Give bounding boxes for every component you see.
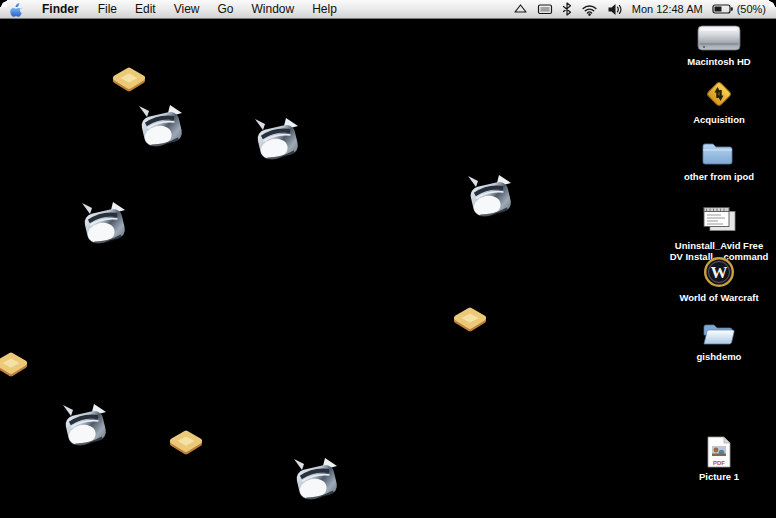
- menu-item-file[interactable]: File: [89, 0, 126, 19]
- battery-icon: [712, 3, 734, 15]
- flying-toaster-sprite: [291, 457, 343, 507]
- desktop-icon-other-from-ipod[interactable]: other from ipod: [667, 134, 771, 182]
- menu-item-view[interactable]: View: [165, 0, 209, 19]
- desktop-icon-picture-1[interactable]: PDF Picture 1: [667, 434, 771, 482]
- desktop-icon-uninstall-avid-command[interactable]: Uninstall_Avid Free DV Install....comman…: [667, 203, 771, 262]
- menu-bar: FinderFileEditViewGoWindowHelp: [0, 0, 776, 19]
- menu-items: FinderFileEditViewGoWindowHelp: [32, 0, 346, 19]
- menu-item-help[interactable]: Help: [303, 0, 346, 19]
- open-folder-icon: [700, 314, 738, 348]
- display-icon[interactable]: [537, 3, 553, 16]
- menu-item-go[interactable]: Go: [209, 0, 243, 19]
- desktop-background[interactable]: Macintosh HD Acquisition ot: [0, 0, 776, 518]
- flying-toaster-sprite: [252, 117, 304, 167]
- flying-toaster-sprite: [136, 104, 188, 154]
- screen-corner-right: [769, 0, 776, 7]
- battery-percentage-label: (50%): [737, 3, 766, 15]
- menu-item-finder[interactable]: Finder: [32, 0, 89, 19]
- desktop-icon-label: other from ipod: [684, 171, 754, 182]
- eject-icon[interactable]: [513, 3, 528, 16]
- apple-menu[interactable]: [6, 0, 32, 19]
- menu-item-window[interactable]: Window: [243, 0, 304, 19]
- menu-bar-clock[interactable]: Mon 12:48 AM: [632, 3, 703, 15]
- airport-wifi-icon[interactable]: [581, 3, 598, 16]
- flying-toaster-sprite: [79, 201, 131, 251]
- acquisition-app-icon: [702, 77, 736, 111]
- battery-menu-extra[interactable]: (50%): [712, 3, 766, 15]
- command-file-icon: [699, 203, 739, 237]
- flying-toaster-sprite: [465, 174, 517, 224]
- menu-item-edit[interactable]: Edit: [126, 0, 165, 19]
- toast-slice-sprite: [0, 350, 29, 384]
- desktop-icon-label: Acquisition: [693, 114, 745, 125]
- status-menu-extras: Mon 12:48 AM (50%): [513, 0, 766, 19]
- desktop-icon-label: Macintosh HD: [687, 56, 750, 67]
- flying-toaster-sprite: [60, 403, 112, 453]
- desktop-icon-macintosh-hd[interactable]: Macintosh HD: [667, 19, 771, 67]
- toast-slice-sprite: [111, 65, 147, 99]
- bluetooth-icon[interactable]: [562, 2, 572, 16]
- desktop-icon-world-of-warcraft[interactable]: W World of Warcraft: [667, 255, 771, 303]
- wow-logo-letter: W: [711, 263, 728, 282]
- desktop-icon-gishdemo[interactable]: gishdemo: [667, 314, 771, 362]
- screen-corner-left: [0, 0, 7, 7]
- desktop-icon-label: gishdemo: [697, 351, 742, 362]
- desktop-icon-label: World of Warcraft: [679, 292, 758, 303]
- toast-slice-sprite: [168, 428, 204, 462]
- desktop-icon-label: Picture 1: [699, 471, 739, 482]
- desktop-icon-acquisition[interactable]: Acquisition: [667, 77, 771, 125]
- hard-drive-icon: [696, 19, 742, 53]
- pdf-badge-text: PDF: [713, 460, 725, 466]
- world-of-warcraft-app-icon: W: [702, 255, 736, 289]
- pdf-document-icon: PDF: [706, 434, 732, 468]
- folder-icon: [700, 134, 738, 168]
- apple-icon: [10, 2, 24, 17]
- toast-slice-sprite: [452, 305, 488, 339]
- volume-icon[interactable]: [607, 3, 623, 16]
